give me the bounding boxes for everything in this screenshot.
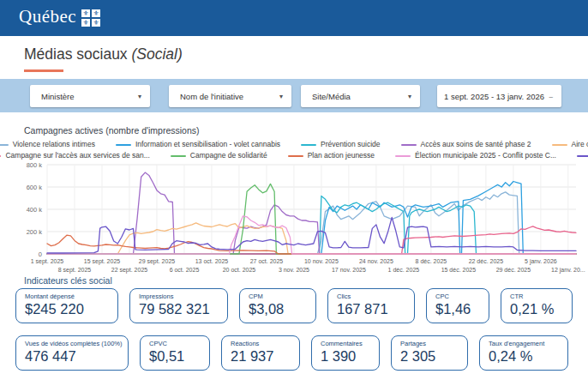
kpi-card-reactions: Réactions 21 937 [221, 335, 300, 371]
title-accent-underline [24, 69, 63, 72]
kpi-value: 21 937 [231, 348, 291, 365]
y-axis-tick-label: 0 [39, 250, 42, 258]
app-header: Québec ⚜⚜⚜⚜ [0, 0, 588, 36]
x-axis-tick-label: 5 janv. 2026 [525, 258, 557, 265]
kpi-value: 79 582 321 [139, 301, 219, 317]
kpi-value: $245 220 [25, 301, 109, 317]
page-title-main: Médias sociaux [24, 45, 131, 63]
kpi-card-clics: Clics 167 871 [327, 288, 415, 323]
filter-date-range-value: 1 sept. 2025 - 13 janv. 2026 [444, 92, 555, 101]
kpi-value: 476 447 [25, 348, 119, 365]
kpi-card-vues-videos: Vues de vidéos complètes (100%) 476 447 [15, 335, 129, 371]
x-axis-tick-label: 20 oct. 2025 [223, 267, 256, 273]
kpi-value: 1 390 [321, 348, 370, 365]
collapse-dash-icon[interactable]: – [549, 93, 553, 100]
legend-line-swatch [116, 144, 131, 146]
x-axis-tick-label: 8 sept. 2025 [58, 267, 92, 274]
quebec-logo: Québec ⚜⚜⚜⚜ [19, 6, 100, 27]
y-axis-tick-label: 600 k [27, 184, 43, 191]
legend-item[interactable]: Aire ouverte [552, 140, 588, 149]
kpi-card-commentaires: Commentaires 1 390 [311, 335, 380, 371]
x-axis-tick-label: 6 oct. 2025 [170, 267, 200, 273]
page-title: Médias sociaux (Social) [24, 45, 183, 63]
x-axis-tick-label: 27 oct. 2025 [250, 258, 284, 264]
chevron-down-icon[interactable]: ▾ [279, 93, 283, 100]
legend-item-label: Prévention suicide [321, 140, 380, 149]
kpi-label: Impressions [139, 293, 219, 300]
kpi-card-impressions: Impressions 79 582 321 [129, 288, 228, 323]
legend-line-swatch [577, 155, 588, 157]
x-axis-tick-label: 13 oct. 2025 [195, 258, 229, 264]
filter-site-media[interactable]: Site/Média ▾ [301, 85, 420, 107]
series-line-pr-vention-suicide [47, 196, 576, 254]
x-axis-tick-label: 15 sept. 2025 [84, 258, 121, 265]
kpi-label: Taux d'engagement [489, 340, 559, 347]
kpi-label: Commentaires [321, 340, 370, 347]
kpi-card-cpm: CPM $3,08 [239, 288, 316, 323]
legend-item-label: Information et sensibilisation - volet c… [135, 140, 280, 149]
filter-ministere[interactable]: Ministère ▾ [30, 85, 150, 107]
kpi-value: 0,21 % [510, 301, 563, 317]
y-axis-tick-label: 800 k [27, 161, 43, 169]
kpi-card-partages: Partages 2 305 [391, 335, 468, 371]
y-axis-tick-label: 200 k [27, 228, 43, 236]
legend-line-swatch [401, 144, 417, 146]
kpi-section-title: Indicateurs clés social [24, 275, 112, 286]
kpi-value: $3,08 [249, 301, 307, 317]
chevron-down-icon[interactable]: ▾ [408, 93, 411, 100]
x-axis-tick-label: 29 sept. 2025 [139, 258, 176, 265]
kpi-label: CPM [249, 293, 307, 300]
kpi-label: Montant dépensé [25, 293, 109, 300]
kpi-value: 0,24 % [489, 348, 559, 365]
kpi-card-cpvc: CPVC $0,51 [140, 335, 210, 371]
legend-line-swatch [395, 155, 411, 157]
legend-line-swatch [0, 155, 1, 157]
legend-item-label: Accès aux soins de santé phase 2 [421, 140, 531, 149]
legend-item[interactable]: Accès aux soins de santé phase 2 [401, 140, 531, 149]
kpi-card-ctr: CTR 0,21 % [501, 288, 573, 323]
chevron-down-icon[interactable]: ▾ [138, 93, 141, 100]
filter-ministere-label: Ministère [30, 92, 75, 101]
kpi-label: Clics [337, 293, 405, 300]
kpi-label: Réactions [231, 340, 291, 347]
series-line-information-et-sensibilisation-volet-cannabis [47, 182, 576, 255]
filter-nom-initiative-label: Nom de l'initiative [169, 92, 243, 101]
legend-item[interactable]: Information et sensibilisation - volet c… [116, 140, 280, 149]
kpi-value: 167 871 [337, 301, 405, 317]
quebec-flag-icon: ⚜⚜⚜⚜ [81, 9, 100, 27]
kpi-card-cpc: CPC $1,46 [426, 288, 489, 323]
x-axis-tick-label: 1 sept. 2025 [31, 258, 64, 265]
kpi-value: 2 305 [400, 348, 459, 365]
x-axis-tick-label: 3 nov. 2025 [279, 267, 309, 273]
quebec-logo-text: Québec [19, 6, 76, 27]
legend-line-swatch [171, 155, 186, 157]
kpi-label: CPVC [149, 340, 201, 347]
x-axis-tick-label: 17 nov. 2025 [332, 267, 366, 273]
x-axis-tick-label: 15 déc. 2025 [441, 267, 477, 273]
kpi-label: CPC [435, 293, 480, 300]
y-axis-tick-label: 400 k [27, 206, 43, 214]
legend-line-swatch [288, 155, 303, 157]
kpi-row-2: Vues de vidéos complètes (100%) 476 447 … [15, 335, 568, 371]
filter-band: Ministère ▾ Nom de l'initiative ▾ Site/M… [0, 79, 588, 112]
legend-item-label: Violence relations intimes [13, 140, 95, 149]
x-axis-tick-label: 12 janv. 20... [551, 267, 585, 274]
legend-item[interactable]: Violence relations intimes [0, 140, 95, 149]
legend-row-1: Violence relations intimesInformation et… [22, 140, 581, 149]
filter-date-range[interactable]: 1 sept. 2025 - 13 janv. 2026 – [437, 85, 561, 107]
page-title-block: Médias sociaux (Social) [24, 45, 183, 72]
kpi-card-taux-engagement: Taux d'engagement 0,24 % [479, 335, 568, 371]
filter-nom-initiative[interactable]: Nom de l'initiative ▾ [169, 85, 291, 107]
kpi-value: $1,46 [435, 301, 480, 317]
x-axis-tick-label: 22 sept. 2025 [111, 267, 148, 274]
series-line-autres [47, 217, 576, 253]
x-axis-tick-label: 8 déc. 2025 [416, 258, 447, 264]
kpi-card-montant-depense: Montant dépensé $245 220 [15, 288, 118, 323]
x-axis-tick-label: 29 déc. 2025 [496, 267, 531, 273]
kpi-label: Vues de vidéos complètes (100%) [25, 340, 119, 347]
legend-line-swatch [552, 144, 567, 146]
kpi-value: $0,51 [149, 348, 201, 365]
legend-item[interactable]: Prévention suicide [301, 140, 380, 149]
kpi-row-1: Montant dépensé $245 220 Impressions 79 … [15, 288, 573, 323]
legend-item-label: Aire ouverte [572, 140, 588, 149]
